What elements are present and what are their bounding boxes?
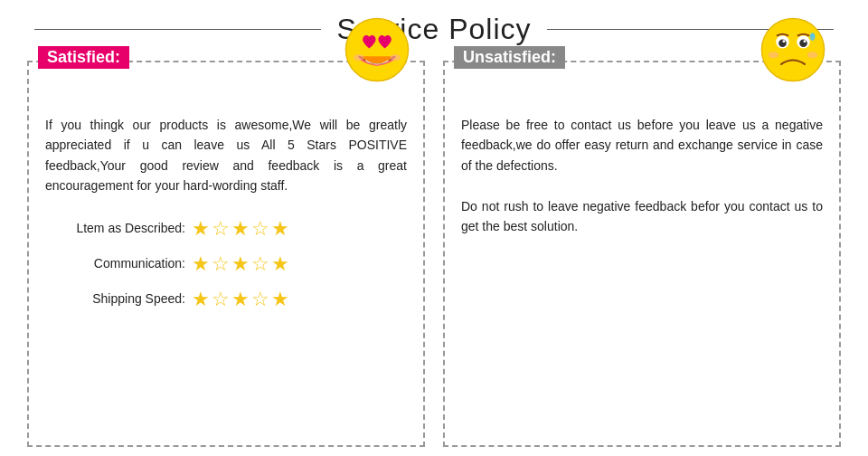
star-c3: ★ bbox=[231, 248, 250, 280]
star-c2: ☆ bbox=[212, 248, 230, 280]
satisfied-panel: Satisfied: bbox=[27, 61, 425, 447]
star-2: ☆ bbox=[212, 213, 230, 244]
star-s2: ☆ bbox=[212, 283, 230, 315]
ship-label: Shipping Speed: bbox=[45, 289, 185, 309]
star-5: ★ bbox=[271, 213, 289, 244]
svg-point-5 bbox=[778, 39, 787, 47]
item-label: Ltem as Described: bbox=[45, 218, 185, 238]
unsatisfied-text2: Do not rush to leave negative feedback b… bbox=[461, 196, 823, 237]
svg-point-2 bbox=[390, 54, 401, 61]
star-3: ★ bbox=[231, 213, 250, 244]
stars-section: Ltem as Described: ★ ☆ ★ ☆ ★ Communicati… bbox=[45, 213, 407, 316]
star-row-ship: Shipping Speed: ★ ☆ ★ ☆ ★ bbox=[45, 283, 407, 315]
svg-point-10 bbox=[769, 52, 779, 58]
satisfied-label: Satisfied: bbox=[38, 46, 129, 69]
unsatisfied-panel: Unsatisfied: bbox=[443, 61, 841, 447]
satisfied-text: If you thingk our products is awesome,We… bbox=[45, 115, 407, 196]
star-s3: ★ bbox=[231, 283, 250, 315]
star-c5: ★ bbox=[271, 248, 289, 280]
unsatisfied-label: Unsatisfied: bbox=[454, 46, 565, 69]
svg-point-11 bbox=[807, 52, 818, 58]
svg-point-0 bbox=[345, 18, 408, 81]
svg-point-8 bbox=[799, 39, 807, 47]
star-4: ☆ bbox=[251, 213, 269, 244]
star-c4: ☆ bbox=[251, 248, 269, 280]
header-line-left bbox=[34, 29, 321, 30]
star-s1: ★ bbox=[192, 283, 210, 315]
star-c1: ★ bbox=[192, 248, 210, 280]
comm-label: Communication: bbox=[45, 253, 185, 273]
panels-container: Satisfied: bbox=[18, 61, 850, 447]
svg-point-3 bbox=[761, 18, 824, 81]
star-row-item: Ltem as Described: ★ ☆ ★ ☆ ★ bbox=[45, 213, 407, 244]
star-s5: ★ bbox=[271, 283, 289, 315]
svg-point-1 bbox=[354, 54, 364, 61]
unsatisfied-text1: Please be free to contact us before you … bbox=[461, 115, 823, 176]
star-row-comm: Communication: ★ ☆ ★ ☆ ★ bbox=[45, 248, 407, 280]
header: Service Policy bbox=[18, 13, 850, 46]
star-s4: ☆ bbox=[251, 283, 269, 315]
unsatisfied-emoji bbox=[760, 17, 826, 82]
unsatisfied-body: Please be free to contact us before you … bbox=[461, 115, 823, 236]
svg-point-6 bbox=[782, 40, 785, 43]
star-1: ★ bbox=[192, 213, 210, 244]
satisfied-emoji bbox=[344, 17, 410, 82]
satisfied-body: If you thingk our products is awesome,We… bbox=[45, 115, 407, 315]
page: Service Policy Satisfied: bbox=[0, 0, 868, 456]
svg-point-9 bbox=[804, 40, 807, 43]
